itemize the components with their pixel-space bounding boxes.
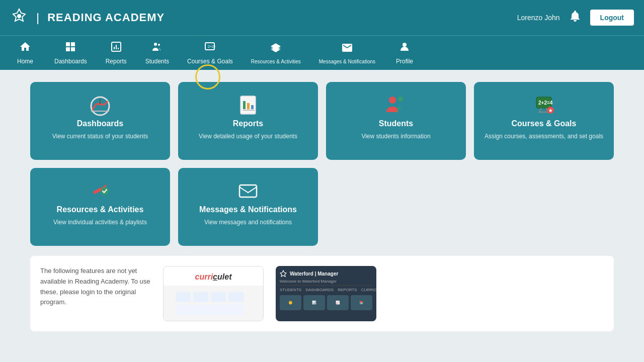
nav-label-courses: Courses & Goals <box>187 58 233 65</box>
card-dashboards-icon <box>88 92 113 119</box>
card-reports-icon <box>235 92 261 119</box>
svg-marker-31 <box>280 270 286 277</box>
svg-point-24 <box>101 187 109 195</box>
courses-icon: 2+2=4 <box>204 41 216 56</box>
nav-label-dashboards: Dashboards <box>54 58 87 65</box>
card-resources[interactable]: Resources & Activities View individual a… <box>30 168 170 246</box>
wf-nav-reports: REPORTS <box>338 288 357 292</box>
bottom-notice: The following features are not yet avail… <box>40 266 151 308</box>
wf-sub-title: Welcome to Waterford Manager <box>280 279 372 286</box>
wf-manager-header: Waterford | Manager <box>280 270 372 277</box>
card-reports-desc: View detailed usage of your students <box>199 132 297 141</box>
wf-manager-title: Waterford | Manager <box>290 271 338 277</box>
header-left: | READING ACADEMY <box>10 7 165 29</box>
wf-nav-dashboards: DASHBOARDS <box>305 288 334 292</box>
card-messages[interactable]: Messages & Notifications View messages a… <box>178 168 318 246</box>
curriculet-body <box>164 286 263 321</box>
cards-row-2: Resources & Activities View individual a… <box>30 168 614 246</box>
svg-point-16 <box>398 97 403 102</box>
nav-label-home: Home <box>17 58 33 65</box>
nav-item-dashboards[interactable]: Dashboards <box>45 36 96 70</box>
card-dashboards-desc: View current status of your students <box>52 132 148 141</box>
wf-tiles: 👶 📊 📈 📚 <box>280 295 372 310</box>
wf-nav-curriculum: CURRICULUM <box>361 288 376 292</box>
svg-line-19 <box>539 108 541 112</box>
card-dashboards[interactable]: Dashboards View current status of your s… <box>30 82 170 160</box>
logo-text: READING ACADEMY <box>47 11 165 24</box>
dashboard-icon <box>64 41 76 56</box>
cards-row-1: Dashboards View current status of your s… <box>30 82 614 160</box>
svg-point-3 <box>158 44 160 46</box>
card-students-desc: View students information <box>361 132 430 141</box>
card-students-title: Students <box>379 119 413 128</box>
card-resources-desc: View individual activities & playlists <box>53 218 147 227</box>
card-courses[interactable]: 2+2=4 ★ Courses & Goals Assign courses, … <box>474 82 614 160</box>
nav-label-profile: Profile <box>396 58 413 65</box>
svg-text:2+2=4: 2+2=4 <box>538 100 553 106</box>
svg-rect-12 <box>247 103 250 109</box>
students-icon <box>151 41 163 56</box>
wf-tile-1: 👶 <box>280 295 301 310</box>
card-courses-desc: Assign courses, assessments, and set goa… <box>485 132 603 141</box>
svg-rect-25 <box>239 185 257 197</box>
reports-icon <box>110 41 122 56</box>
card-courses-icon: 2+2=4 ★ <box>531 92 556 119</box>
nav-label-reports: Reports <box>106 58 127 65</box>
curriculet-label: curriculet <box>164 266 263 286</box>
profile-icon <box>398 41 411 56</box>
nav-label-students: Students <box>145 58 169 65</box>
svg-rect-11 <box>243 101 246 109</box>
logout-button[interactable]: Logout <box>590 10 634 26</box>
user-name: Lorenzo John <box>517 14 560 22</box>
svg-text:2+2=4: 2+2=4 <box>208 45 216 48</box>
card-dashboards-title: Dashboards <box>77 119 123 128</box>
wf-nav: STUDENTS DASHBOARDS REPORTS CURRICULUM <box>280 288 372 292</box>
header: | READING ACADEMY Lorenzo John Logout <box>0 0 644 35</box>
card-messages-desc: View messages and notifications <box>204 218 292 227</box>
wf-tile-2: 📊 <box>303 295 325 310</box>
card-reports-title: Reports <box>233 119 263 128</box>
waterford-manager-preview[interactable]: Waterford | Manager Welcome to Waterford… <box>276 266 376 321</box>
svg-rect-30 <box>176 305 244 315</box>
nav-label-messages: Messages & Notifications <box>319 59 375 64</box>
svg-rect-26 <box>176 292 191 302</box>
nav-item-students[interactable]: Students <box>136 36 178 70</box>
svg-rect-27 <box>193 292 208 302</box>
svg-point-2 <box>154 43 157 46</box>
card-resources-title: Resources & Activities <box>57 205 144 214</box>
empty-card-4 <box>474 168 614 246</box>
nav-item-profile[interactable]: Profile <box>384 36 425 70</box>
card-courses-title: Courses & Goals <box>512 119 577 128</box>
nav-item-courses[interactable]: 2+2=4 Courses & Goals <box>178 36 242 70</box>
svg-text:★: ★ <box>548 108 553 113</box>
waterford-logo-icon <box>10 7 28 29</box>
nav-bar: Home Dashboards Reports Students 2+2=4 <box>0 35 644 70</box>
curriculet-preview[interactable]: curriculet <box>163 266 264 321</box>
card-messages-title: Messages & Notifications <box>199 205 297 214</box>
svg-point-15 <box>389 97 396 104</box>
wf-tile-4: 📚 <box>351 295 372 310</box>
card-students[interactable]: Students View students information <box>326 82 466 160</box>
nav-item-reports[interactable]: Reports <box>96 36 136 70</box>
bottom-section: The following features are not yet avail… <box>30 256 614 331</box>
card-students-icon <box>383 92 409 119</box>
svg-rect-28 <box>211 292 226 302</box>
nav-item-messages[interactable]: Messages & Notifications <box>310 36 384 70</box>
header-right: Lorenzo John Logout <box>517 9 634 26</box>
wf-nav-students: STUDENTS <box>280 288 301 292</box>
nav-item-home[interactable]: Home <box>5 36 45 70</box>
messages-icon <box>341 42 353 57</box>
nav-item-resources[interactable]: Resources & Activities <box>242 36 310 70</box>
svg-rect-13 <box>251 105 254 109</box>
card-resources-icon <box>88 178 113 205</box>
card-reports[interactable]: Reports View detailed usage of your stud… <box>178 82 318 160</box>
empty-card-3 <box>326 168 466 246</box>
bell-icon[interactable] <box>568 9 582 26</box>
svg-point-0 <box>17 14 21 18</box>
logo-divider: | <box>36 11 39 25</box>
nav-label-resources: Resources & Activities <box>251 59 301 64</box>
resources-icon <box>270 42 282 57</box>
card-messages-icon <box>235 178 261 205</box>
home-icon <box>19 41 31 56</box>
svg-rect-29 <box>228 292 244 302</box>
